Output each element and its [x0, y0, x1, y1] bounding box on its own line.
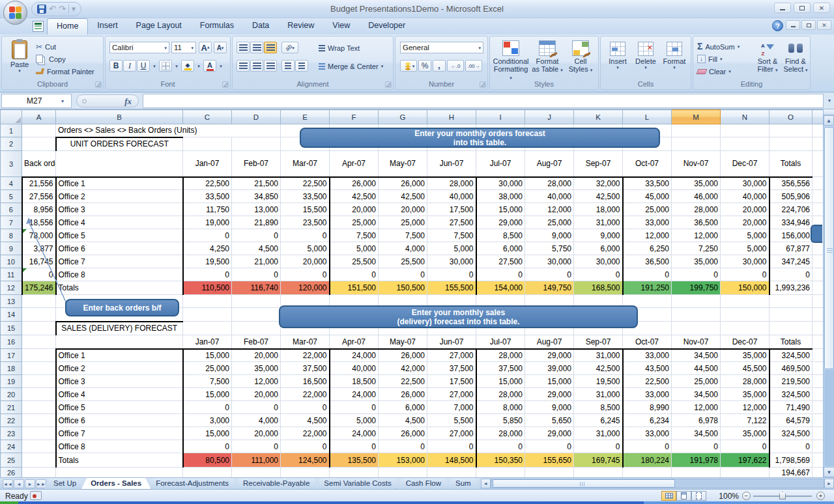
cell-N2[interactable]	[721, 137, 769, 151]
cell-F20[interactable]: 24,000	[330, 388, 379, 401]
align-center-button[interactable]	[250, 60, 263, 72]
cell-C7[interactable]: 19,000	[183, 216, 232, 229]
cell-O23[interactable]: 324,500	[769, 427, 812, 440]
cell-H21[interactable]: 7,000	[427, 401, 476, 414]
cell-F26[interactable]	[330, 468, 379, 478]
cell-I19[interactable]: 15,000	[476, 375, 525, 388]
cell-J10[interactable]: 30,000	[525, 255, 574, 268]
orientation-button[interactable]: ab▾	[281, 42, 298, 53]
cell-D19[interactable]: 12,000	[232, 375, 281, 388]
zoom-out-button[interactable]: −	[742, 492, 751, 500]
cell-A24[interactable]	[22, 440, 56, 453]
maximize-button[interactable]	[794, 3, 811, 13]
cell-G24[interactable]: 0	[379, 440, 427, 453]
row-header-2[interactable]: 2	[1, 137, 22, 151]
cell-O24[interactable]: 0	[769, 440, 812, 453]
cell-I5[interactable]: 38,000	[476, 190, 525, 203]
cell-D22[interactable]: 4,000	[232, 414, 281, 427]
clipboard-dialog-launcher[interactable]: ◿	[95, 81, 102, 88]
cell-E5[interactable]: 33,500	[281, 190, 330, 203]
cell-E23[interactable]: 22,000	[281, 427, 330, 440]
row-header-15[interactable]: 15	[1, 322, 22, 335]
cell-K6[interactable]: 18,000	[574, 203, 623, 216]
cell-B5[interactable]: Office 2	[56, 190, 183, 203]
cell-H25[interactable]: 148,500	[427, 453, 476, 468]
row-header-13[interactable]: 13	[1, 295, 22, 308]
cell-A15[interactable]	[22, 322, 56, 335]
cell-K21[interactable]: 8,500	[574, 401, 623, 414]
cell-B22[interactable]: Office 6	[56, 414, 183, 427]
cell-C9[interactable]: 4,250	[183, 242, 232, 255]
row-header-1[interactable]: 1	[1, 124, 22, 137]
font-color-dropdown[interactable]: ▾	[217, 60, 225, 72]
cell-B12[interactable]: Totals	[56, 281, 183, 295]
cell-I6[interactable]: 15,000	[476, 203, 525, 216]
cell-H7[interactable]: 27,500	[427, 216, 476, 229]
cell-A6[interactable]: 8,956	[22, 203, 56, 216]
cell-K9[interactable]: 6,000	[574, 242, 623, 255]
tab-review[interactable]: Review	[278, 18, 323, 35]
cell-K11[interactable]: 0	[574, 268, 623, 281]
sheet-tab-orders-sales[interactable]: Orders - Sales	[81, 478, 151, 490]
cell-H18[interactable]: 37,500	[427, 362, 476, 375]
align-left-button[interactable]	[237, 60, 250, 72]
cell-A19[interactable]	[22, 375, 56, 388]
cell-B24[interactable]: Office 8	[56, 440, 183, 453]
delete-cells-button[interactable]: Delete▾	[632, 42, 659, 70]
cell-C13[interactable]	[183, 295, 232, 308]
cell-I4[interactable]: 30,000	[476, 177, 525, 190]
cell-B11[interactable]: Office 8	[56, 268, 183, 281]
cell-D13[interactable]	[232, 295, 281, 308]
cell-O25[interactable]: 1,798,569	[769, 453, 812, 468]
cell-M16[interactable]: Nov-07	[672, 335, 721, 349]
cell-N19[interactable]: 28,000	[721, 375, 769, 388]
cell-C24[interactable]: 0	[183, 440, 232, 453]
sheet-tab-receivable-payable[interactable]: Receivable-Payable	[233, 478, 319, 490]
row-header-11[interactable]: 11	[1, 268, 22, 281]
cell-F17[interactable]: 24,000	[330, 349, 379, 362]
cell-N1[interactable]	[721, 124, 769, 137]
macro-record-icon[interactable]	[30, 491, 42, 500]
cell-L21[interactable]: 8,990	[623, 401, 672, 414]
cell-M2[interactable]	[672, 137, 721, 151]
cell-L25[interactable]: 180,224	[623, 453, 672, 468]
cell-O18[interactable]: 469,500	[769, 362, 812, 375]
font-dialog-launcher[interactable]: ◿	[222, 81, 229, 88]
cell-F6[interactable]: 20,000	[330, 203, 379, 216]
cell-A7[interactable]: 18,556	[22, 216, 56, 229]
cell-O2[interactable]	[769, 137, 812, 151]
cell-J4[interactable]: 28,000	[525, 177, 574, 190]
align-bottom-button[interactable]	[264, 42, 277, 53]
cell-B17[interactable]: Office 1	[56, 349, 183, 362]
cell-M5[interactable]: 46,000	[672, 190, 721, 203]
cell-A4[interactable]: 21,556	[22, 177, 56, 190]
cell-K4[interactable]: 32,000	[574, 177, 623, 190]
cell-sliver14[interactable]	[812, 308, 824, 322]
cell-E12[interactable]: 120,000	[281, 281, 330, 295]
cell-H23[interactable]: 27,000	[427, 427, 476, 440]
cell-K22[interactable]: 6,245	[574, 414, 623, 427]
cell-O5[interactable]: 505,906	[769, 190, 812, 203]
cell-C16[interactable]: Jan-07	[183, 335, 232, 349]
cell-C25[interactable]: 80,500	[183, 453, 232, 468]
cell-sliver11[interactable]	[812, 268, 824, 281]
cell-N17[interactable]: 35,000	[721, 349, 769, 362]
cell-H10[interactable]: 30,000	[427, 255, 476, 268]
workbook-restore-button[interactable]	[801, 20, 816, 30]
cell-J23[interactable]: 29,000	[525, 427, 574, 440]
cell-H12[interactable]: 155,500	[427, 281, 476, 295]
cell-F21[interactable]: 0	[330, 401, 379, 414]
bold-button[interactable]: B	[109, 60, 122, 72]
cell-H11[interactable]: 0	[427, 268, 476, 281]
cell-O1[interactable]	[769, 124, 812, 137]
cell-B23[interactable]: Office 7	[56, 427, 183, 440]
cell-N25[interactable]: 197,622	[721, 453, 769, 468]
cell-N13[interactable]	[721, 295, 769, 308]
cell-B3[interactable]	[56, 151, 183, 177]
cell-L9[interactable]: 6,250	[623, 242, 672, 255]
zoom-slider-thumb[interactable]	[779, 492, 786, 499]
cell-sliver15[interactable]	[812, 322, 824, 335]
row-header-14[interactable]: 14	[1, 308, 22, 322]
cell-O26[interactable]: 194,667	[769, 468, 812, 478]
format-cells-button[interactable]: Format▾	[661, 42, 688, 70]
